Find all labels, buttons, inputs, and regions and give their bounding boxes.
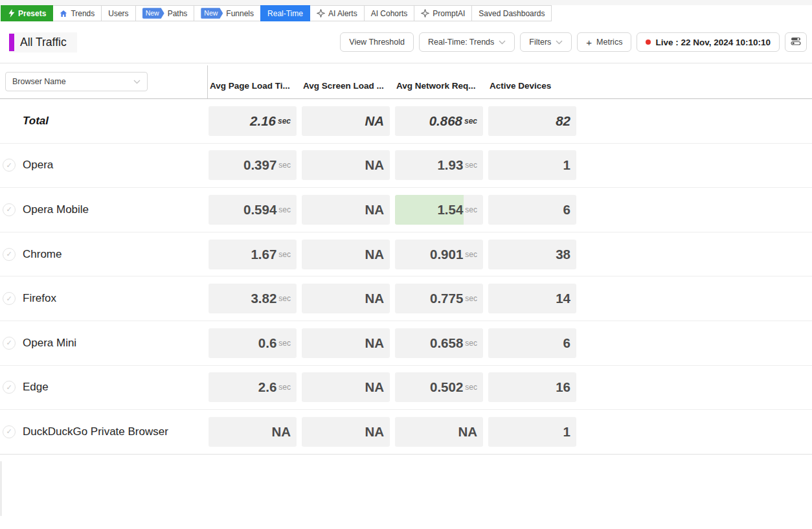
table-row: ✓ Opera 0.397sec NA 1.93sec 1: [0, 144, 812, 188]
check-circle-icon[interactable]: ✓: [3, 425, 16, 438]
row-label: ✓ Opera: [0, 159, 209, 172]
row-label: ✓ Opera Mobile: [0, 203, 209, 216]
metric-cell-avg-page-load[interactable]: NA: [209, 417, 297, 447]
metric-cell-avg-page-load[interactable]: 0.397sec: [209, 150, 297, 180]
title-chip: All Traffic: [9, 32, 77, 52]
sparkle-icon: [317, 9, 325, 17]
browser-name: Opera Mobile: [23, 203, 89, 216]
column-header-active-devices: Active Devices: [488, 81, 581, 98]
metric-cell-active-devices[interactable]: 1: [488, 150, 576, 180]
metric-cell-active-devices[interactable]: 6: [488, 195, 576, 225]
live-status-button[interactable]: Live : 22 Nov, 2024 10:10:10: [637, 32, 780, 52]
metric-cell-avg-page-load[interactable]: 0.6sec: [209, 328, 297, 358]
check-circle-icon[interactable]: ✓: [3, 159, 16, 172]
metric-cell-active-devices[interactable]: 1: [488, 417, 576, 447]
display-settings-button[interactable]: [785, 32, 807, 52]
tab-real-time[interactable]: Real-Time: [260, 5, 310, 21]
row-label: ✓ Total: [0, 115, 209, 128]
browser-name: Opera Mini: [23, 337, 76, 350]
tab-promptai[interactable]: PromptAI: [414, 5, 472, 21]
browser-name: DuckDuckGo Private Browser: [23, 425, 168, 438]
metric-cell-avg-page-load[interactable]: 3.82sec: [209, 284, 297, 313]
tab-label: Paths: [168, 9, 188, 18]
page-title: All Traffic: [14, 32, 77, 52]
column-header-avg-page-load: Avg Page Load Ti...: [209, 81, 302, 98]
live-dot-icon: [646, 39, 651, 45]
metric-cell-active-devices[interactable]: 16: [488, 372, 576, 402]
add-metrics-button[interactable]: + Metrics: [577, 32, 631, 52]
metric-cell-avg-page-load[interactable]: 0.594sec: [209, 195, 297, 225]
view-threshold-button[interactable]: View Threshold: [340, 32, 414, 52]
tab-ai-alerts[interactable]: AI Alerts: [310, 5, 365, 21]
top-strip: [0, 0, 812, 5]
browser-name: Firefox: [23, 292, 56, 305]
metric-cell-avg-screen-load[interactable]: NA: [302, 150, 390, 180]
table-row: ✓ Edge 2.6sec NA 0.502sec 16: [0, 366, 812, 411]
accent-bar: [9, 34, 14, 51]
metric-cell-avg-network-req[interactable]: NA: [395, 417, 483, 447]
browser-name: Opera: [23, 159, 53, 172]
check-circle-icon[interactable]: ✓: [3, 381, 16, 394]
metric-cell-avg-network-req[interactable]: 1.54sec: [395, 195, 483, 225]
metric-cell-avg-network-req[interactable]: 0.901sec: [395, 240, 483, 269]
tab-label: Real-Time: [267, 9, 303, 18]
metric-cell-active-devices[interactable]: 38: [488, 240, 576, 269]
lightning-icon: [8, 9, 15, 17]
row-label: ✓ Firefox: [0, 292, 209, 305]
tab-saved-dashboards[interactable]: Saved Dashboards: [471, 5, 552, 21]
home-icon: [60, 10, 67, 17]
metric-cell-avg-network-req[interactable]: 0.775sec: [395, 284, 483, 313]
tab-label: PromptAI: [433, 9, 465, 18]
new-badge: New: [201, 8, 223, 19]
metric-cell-avg-network-req[interactable]: 0.658sec: [395, 328, 483, 358]
metric-cell-avg-page-load[interactable]: 2.6sec: [209, 372, 297, 402]
tab-label: AI Cohorts: [371, 9, 408, 18]
page-header: All Traffic View Threshold Real-Time: Tr…: [0, 21, 812, 63]
check-circle-icon[interactable]: ✓: [3, 203, 16, 216]
table-row: ✓ Opera Mobile 0.594sec NA 1.54sec 6: [0, 188, 812, 232]
chevron-down-icon: [499, 38, 506, 47]
row-label: ✓ Edge: [0, 381, 209, 394]
metric-cell-active-devices[interactable]: 14: [488, 284, 576, 313]
tab-funnels[interactable]: New Funnels: [194, 5, 261, 21]
chevron-down-icon: [556, 38, 563, 47]
metric-cell-avg-network-req[interactable]: 0.502sec: [395, 372, 483, 402]
filters-dropdown[interactable]: Filters: [520, 32, 572, 52]
tab-ai-cohorts[interactable]: AI Cohorts: [364, 5, 415, 21]
metric-cell-avg-screen-load[interactable]: NA: [302, 240, 390, 269]
realtime-mode-dropdown[interactable]: Real-Time: Trends: [419, 32, 515, 52]
check-circle-icon[interactable]: ✓: [3, 292, 16, 305]
table-row: ✓ Total 2.16sec NA 0.868sec 82: [0, 99, 812, 144]
metric-cell-avg-screen-load[interactable]: NA: [302, 195, 390, 225]
metric-cell-active-devices[interactable]: 82: [488, 106, 576, 136]
metric-cell-avg-screen-load[interactable]: NA: [302, 372, 390, 402]
metric-cell-active-devices[interactable]: 6: [488, 328, 576, 358]
row-label: ✓ DuckDuckGo Private Browser: [0, 425, 209, 438]
tab-trends[interactable]: Trends: [52, 5, 102, 21]
metric-cell-avg-screen-load[interactable]: NA: [302, 284, 390, 313]
row-label: ✓ Chrome: [0, 248, 209, 261]
metric-cell-avg-screen-load[interactable]: NA: [302, 417, 390, 447]
check-circle-icon[interactable]: ✓: [3, 337, 16, 350]
browser-name: Chrome: [23, 248, 62, 261]
table-body: ✓ Total 2.16sec NA 0.868sec 82 ✓ Opera 0…: [0, 99, 812, 455]
sparkle-icon: [421, 9, 429, 17]
tab-presets[interactable]: Presets: [1, 5, 53, 21]
column-header-avg-screen-load: Avg Screen Load ...: [302, 81, 395, 98]
metric-cell-avg-page-load[interactable]: 1.67sec: [209, 240, 297, 269]
browser-name: Total: [23, 115, 49, 128]
tab-users[interactable]: Users: [101, 5, 135, 21]
check-circle-icon[interactable]: ✓: [3, 248, 16, 261]
scrollbar-fragment[interactable]: [0, 461, 2, 516]
metric-cell-avg-screen-load[interactable]: NA: [302, 106, 390, 136]
metric-cell-avg-network-req[interactable]: 1.93sec: [395, 150, 483, 180]
tab-label: AI Alerts: [328, 9, 357, 18]
metric-cell-avg-screen-load[interactable]: NA: [302, 328, 390, 358]
tab-paths[interactable]: New Paths: [135, 5, 195, 21]
metric-cell-avg-page-load[interactable]: 2.16sec: [209, 106, 297, 136]
table-row: ✓ Chrome 1.67sec NA 0.901sec 38: [0, 232, 812, 277]
column-header-avg-network-req: Avg Network Req...: [395, 81, 488, 98]
table-row: ✓ Firefox 3.82sec NA 0.775sec 14: [0, 276, 812, 321]
toggles-icon: [791, 37, 801, 47]
metric-cell-avg-network-req[interactable]: 0.868sec: [395, 106, 483, 136]
